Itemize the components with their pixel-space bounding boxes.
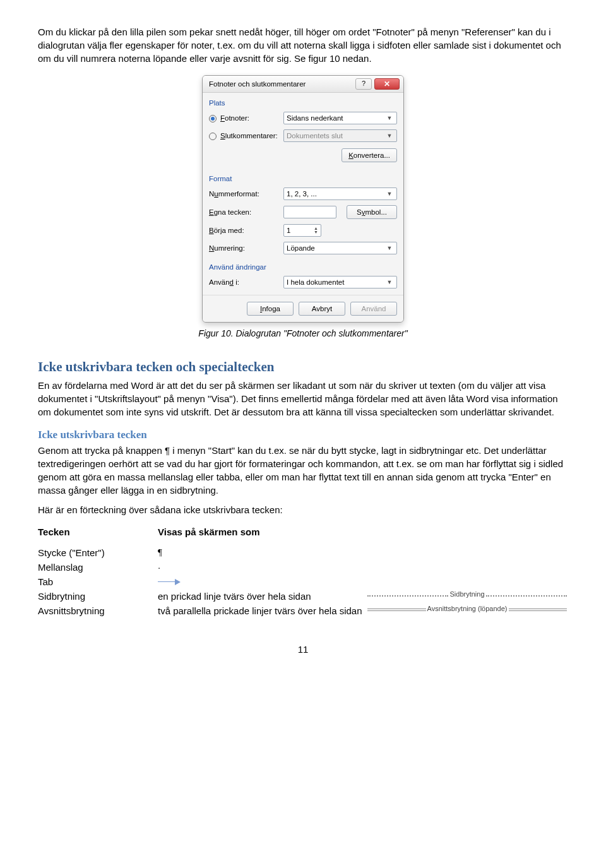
spinner-arrows-icon: ▲▼ xyxy=(314,227,318,234)
label-nummerformat: Nummerformat: xyxy=(209,189,278,199)
konvertera-button[interactable]: Konvertera... xyxy=(342,148,397,162)
table-row: Mellanslag · xyxy=(38,561,568,574)
characters-table: Stycke ("Enter") ¶ Mellanslag · Tab Sidb… xyxy=(38,545,568,617)
label-borja: Börja med: xyxy=(209,225,278,235)
combo-anvandi[interactable]: I hela dokumentet ▼ xyxy=(283,276,397,288)
combo-fotnoter-value: Sidans nederkant xyxy=(287,113,343,123)
cell-label: Tab xyxy=(38,575,158,588)
chevron-down-icon: ▼ xyxy=(385,278,394,287)
chevron-down-icon: ▼ xyxy=(385,190,394,198)
cell-value: två parallella prickade linjer tvärs öve… xyxy=(158,604,366,617)
section-format: Format xyxy=(203,169,403,185)
heading-icke-utskrivbara: Icke utskrivbara tecken xyxy=(38,427,568,443)
dialog-title: Fotnoter och slutkommentarer xyxy=(209,79,306,89)
paragraph-pilcrow: Genom att trycka på knappen ¶ i menyn "S… xyxy=(38,444,568,497)
table-row: Avsnittsbrytning två parallella prickade… xyxy=(38,604,568,617)
combo-anvandi-value: I hela dokumentet xyxy=(287,277,344,287)
cell-value: en prickad linje tvärs över hela sidan xyxy=(158,590,366,603)
th-tecken: Tecken xyxy=(38,525,158,538)
symbol-button[interactable]: Symbol... xyxy=(347,205,397,219)
heading-specialtecken: Icke utskrivbara tecken och specialtecke… xyxy=(38,358,568,376)
section-break-graphic: Avsnittsbrytning (löpande) xyxy=(366,604,568,614)
intro-paragraph: Om du klickar på den lilla pilen som pek… xyxy=(38,25,568,65)
cell-label: Avsnittsbrytning xyxy=(38,604,158,617)
paragraph-specialtecken: En av fördelarna med Word är att det du … xyxy=(38,379,568,419)
chevron-down-icon: ▼ xyxy=(385,244,394,253)
combo-slutkom: Dokumentets slut ▼ xyxy=(283,129,397,142)
arrow-right-icon xyxy=(158,579,181,585)
help-icon[interactable]: ? xyxy=(355,78,372,90)
table-row: Stycke ("Enter") ¶ xyxy=(38,546,568,559)
combo-slutkom-value: Dokumentets slut xyxy=(287,131,343,141)
combo-numrering-value: Löpande xyxy=(287,243,315,253)
avbryt-button[interactable]: Avbryt xyxy=(299,302,345,316)
label-numrering: Numrering: xyxy=(209,243,278,253)
combo-nummerformat-value: 1, 2, 3, ... xyxy=(287,189,317,199)
spinner-borja[interactable]: 1 ▲▼ xyxy=(283,224,321,237)
dialog-titlebar: Fotnoter och slutkommentarer ? ✕ xyxy=(203,76,403,93)
cell-value: · xyxy=(158,561,366,574)
section-anvand: Använd ändringar xyxy=(203,257,403,273)
label-egna: Egna tecken: xyxy=(209,207,278,217)
paragraph-list-intro: Här är en förteckning över sådana icke u… xyxy=(38,503,568,516)
combo-nummerformat[interactable]: 1, 2, 3, ... ▼ xyxy=(283,187,397,200)
cell-label: Mellanslag xyxy=(38,561,158,574)
combo-numrering[interactable]: Löpande ▼ xyxy=(283,242,397,254)
cell-value: ¶ xyxy=(158,546,366,559)
page-break-label: Sidbrytning xyxy=(449,590,484,599)
figure-caption: Figur 10. Dialogrutan "Fotnoter och slut… xyxy=(38,328,568,340)
anvand-button: Använd xyxy=(350,302,397,316)
table-row: Sidbrytning en prickad linje tvärs över … xyxy=(38,590,568,603)
table-row: Tab xyxy=(38,575,568,588)
section-break-label: Avsnittsbrytning (löpande) xyxy=(427,604,508,614)
combo-fotnoter[interactable]: Sidans nederkant ▼ xyxy=(283,112,397,124)
input-egna-tecken[interactable] xyxy=(283,206,336,218)
cell-label: Stycke ("Enter") xyxy=(38,546,158,559)
dialog-figure: Fotnoter och slutkommentarer ? ✕ Plats F… xyxy=(38,75,568,323)
spinner-value: 1 xyxy=(287,225,290,235)
cell-label: Sidbrytning xyxy=(38,590,158,603)
page-break-graphic: Sidbrytning xyxy=(366,590,568,599)
close-icon[interactable]: ✕ xyxy=(374,78,400,90)
chevron-down-icon: ▼ xyxy=(385,114,394,122)
chevron-down-icon: ▼ xyxy=(385,132,394,140)
radio-fotnoter-label[interactable]: FFotnoter:otnoter: xyxy=(209,113,278,123)
label-anvandi: Använd i: xyxy=(209,277,278,287)
section-plats: Plats xyxy=(203,93,403,109)
table-header: Tecken Visas på skärmen som xyxy=(38,525,568,538)
radio-slutkom-label[interactable]: Slutkommentarer: xyxy=(209,131,278,141)
radio-icon xyxy=(209,115,217,122)
page-number: 11 xyxy=(38,643,568,656)
infoga-button[interactable]: Infoga xyxy=(247,302,294,316)
footnotes-dialog: Fotnoter och slutkommentarer ? ✕ Plats F… xyxy=(202,75,404,323)
th-visas: Visas på skärmen som xyxy=(158,525,366,538)
cell-value xyxy=(158,575,366,588)
radio-icon xyxy=(209,133,217,140)
